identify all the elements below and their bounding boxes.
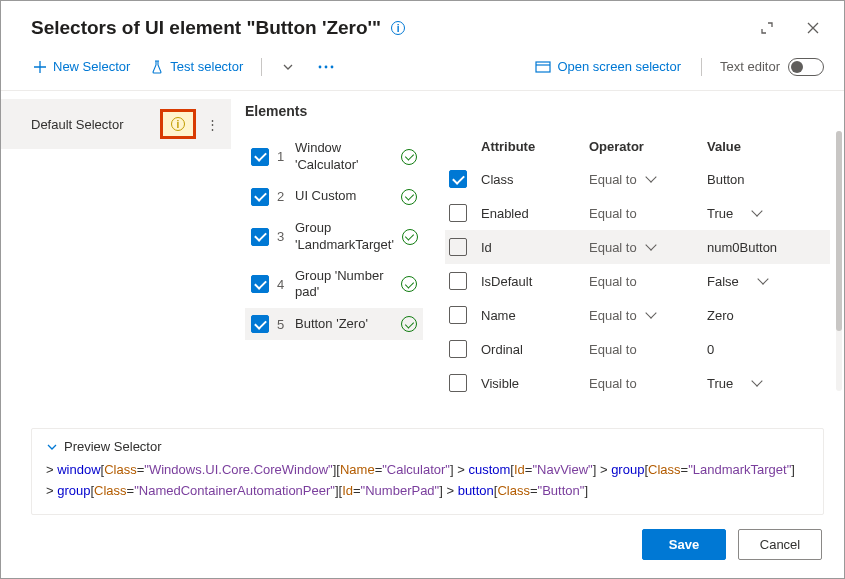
attribute-row[interactable]: ClassEqual toButton — [445, 162, 830, 196]
element-checkbox[interactable] — [251, 148, 269, 166]
more-icon[interactable] — [314, 61, 338, 73]
attribute-value[interactable]: Button — [707, 172, 826, 187]
attribute-checkbox[interactable] — [449, 272, 467, 290]
attribute-operator[interactable]: Equal to — [589, 274, 699, 289]
attribute-value[interactable]: 0 — [707, 342, 826, 357]
text-editor-toggle[interactable] — [788, 58, 824, 76]
chevron-down-icon — [752, 205, 763, 216]
preview-token: Class — [94, 483, 127, 498]
element-checkbox[interactable] — [251, 275, 269, 293]
open-screen-selector-label: Open screen selector — [557, 59, 681, 74]
svg-point-1 — [325, 65, 328, 68]
selector-list: Default Selector i ⋮ — [1, 91, 231, 422]
attribute-operator[interactable]: Equal to — [589, 342, 699, 357]
attribute-operator[interactable]: Equal to — [589, 308, 699, 323]
element-label: Group 'Number pad' — [295, 268, 393, 302]
preview-token: "NumberPad" — [361, 483, 440, 498]
chevron-down-icon[interactable] — [278, 57, 298, 77]
element-index: 1 — [277, 149, 287, 164]
chevron-down-icon — [645, 307, 656, 318]
header-actions — [756, 17, 824, 39]
selector-item-default[interactable]: Default Selector i ⋮ — [1, 99, 231, 149]
element-index: 5 — [277, 317, 287, 332]
attribute-name: IsDefault — [481, 274, 581, 289]
element-index: 4 — [277, 277, 287, 292]
attribute-value[interactable]: True — [707, 206, 826, 221]
element-checkbox[interactable] — [251, 228, 269, 246]
attribute-value[interactable]: False — [707, 274, 826, 289]
attribute-value[interactable]: Zero — [707, 308, 826, 323]
attribute-checkbox[interactable] — [449, 340, 467, 358]
attribute-operator[interactable]: Equal to — [589, 172, 699, 187]
attribute-value[interactable]: num0Button — [707, 240, 826, 255]
attribute-value[interactable]: True — [707, 376, 826, 391]
svg-rect-3 — [536, 62, 550, 72]
close-icon[interactable] — [802, 17, 824, 39]
preview-body: > window[Class="Windows.UI.Core.CoreWind… — [46, 460, 809, 502]
element-label: UI Custom — [295, 188, 393, 205]
preview-token: "LandmarkTarget" — [688, 462, 791, 477]
element-checkbox[interactable] — [251, 315, 269, 333]
preview-token: ] > — [593, 462, 611, 477]
attributes-pane: Attribute Operator Value ClassEqual toBu… — [431, 91, 844, 422]
open-screen-selector-button[interactable]: Open screen selector — [533, 55, 683, 78]
expand-icon[interactable] — [756, 17, 778, 39]
element-row[interactable]: 5Button 'Zero' — [245, 308, 423, 340]
attribute-operator[interactable]: Equal to — [589, 240, 699, 255]
attribute-row[interactable]: OrdinalEqual to0 — [445, 332, 830, 366]
preview-token: ] > — [439, 483, 457, 498]
attribute-operator[interactable]: Equal to — [589, 376, 699, 391]
text-editor-toggle-wrap: Text editor — [720, 58, 824, 76]
new-selector-button[interactable]: New Selector — [31, 55, 132, 78]
attribute-name: Enabled — [481, 206, 581, 221]
attribute-row[interactable]: EnabledEqual toTrue — [445, 196, 830, 230]
preview-token: = — [681, 462, 689, 477]
element-checkbox[interactable] — [251, 188, 269, 206]
attribute-operator[interactable]: Equal to — [589, 206, 699, 221]
cancel-button[interactable]: Cancel — [738, 529, 822, 560]
selectors-dialog: Selectors of UI element "Button 'Zero'" … — [1, 1, 844, 578]
attribute-checkbox[interactable] — [449, 374, 467, 392]
col-operator: Operator — [589, 139, 699, 154]
attribute-checkbox[interactable] — [449, 238, 467, 256]
chevron-down-icon — [46, 441, 58, 453]
preview-token: "NavView" — [532, 462, 592, 477]
save-button[interactable]: Save — [642, 529, 726, 560]
preview-token: ] — [584, 483, 588, 498]
info-icon[interactable]: i — [391, 21, 405, 35]
new-selector-label: New Selector — [53, 59, 130, 74]
preview-token: "Button" — [538, 483, 585, 498]
element-row[interactable]: 4Group 'Number pad' — [245, 261, 423, 309]
separator — [701, 58, 702, 76]
preview-toggle[interactable]: Preview Selector — [46, 439, 809, 454]
scrollbar[interactable] — [836, 131, 842, 391]
warning-icon: i — [171, 117, 185, 131]
test-selector-button[interactable]: Test selector — [148, 55, 245, 78]
attribute-name: Class — [481, 172, 581, 187]
chevron-down-icon — [752, 375, 763, 386]
preview-label: Preview Selector — [64, 439, 162, 454]
preview-token: = — [353, 483, 361, 498]
text-editor-label: Text editor — [720, 59, 780, 74]
attribute-row[interactable]: IsDefaultEqual toFalse — [445, 264, 830, 298]
element-row[interactable]: 3Group 'LandmarkTarget' — [245, 213, 423, 261]
attribute-name: Ordinal — [481, 342, 581, 357]
dialog-body: Default Selector i ⋮ Elements 1Window 'C… — [1, 91, 844, 422]
screen-icon — [535, 61, 551, 73]
attribute-row[interactable]: IdEqual tonum0Button — [445, 230, 830, 264]
preview-token: > — [46, 462, 57, 477]
attribute-row[interactable]: NameEqual toZero — [445, 298, 830, 332]
attribute-name: Visible — [481, 376, 581, 391]
preview-selector-panel: Preview Selector > window[Class="Windows… — [31, 428, 824, 515]
attribute-checkbox[interactable] — [449, 306, 467, 324]
selector-item-more-icon[interactable]: ⋮ — [202, 117, 223, 132]
ok-icon — [401, 276, 417, 292]
element-row[interactable]: 2UI Custom — [245, 181, 423, 213]
selector-item-label: Default Selector — [31, 117, 124, 132]
col-value: Value — [707, 139, 826, 154]
attribute-row[interactable]: VisibleEqual toTrue — [445, 366, 830, 400]
elements-title: Elements — [245, 101, 423, 133]
attribute-checkbox[interactable] — [449, 204, 467, 222]
attribute-checkbox[interactable] — [449, 170, 467, 188]
element-row[interactable]: 1Window 'Calculator' — [245, 133, 423, 181]
